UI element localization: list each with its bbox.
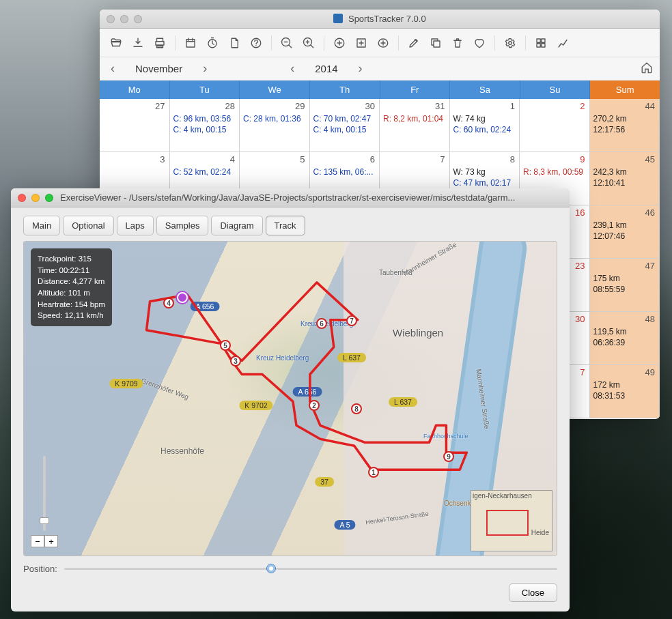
lap-marker-5[interactable]: 5 xyxy=(220,340,231,351)
position-label: Position: xyxy=(23,564,57,574)
tooltip-speed: Speed: 12,11 km/h xyxy=(38,310,105,321)
day-header-fr: Fr xyxy=(380,81,451,99)
exercise-viewer-window: ExerciseViewer - /Users/stefan/Working/J… xyxy=(11,188,570,611)
zoom-control: − + xyxy=(31,456,58,547)
lap-marker-6[interactable]: 6 xyxy=(316,318,327,329)
tab-track[interactable]: Track xyxy=(266,216,305,235)
tab-main[interactable]: Main xyxy=(23,216,60,235)
heart-button[interactable] xyxy=(470,33,489,53)
year-next-button[interactable]: › xyxy=(354,61,367,76)
calendar-button[interactable] xyxy=(181,33,200,53)
maximize-window-button[interactable] xyxy=(45,194,53,202)
day-header-th: Th xyxy=(310,81,380,99)
zoom-out-button[interactable]: − xyxy=(31,535,44,547)
zoom-dot[interactable] xyxy=(134,15,142,23)
week-summary-cell: 46239,1 km12:07:46 xyxy=(590,205,660,259)
minimize-dot[interactable] xyxy=(120,15,128,23)
calendar-header: MoTuWeThFrSaSuSum xyxy=(100,81,660,99)
copy-button[interactable] xyxy=(426,33,445,53)
tab-laps[interactable]: Laps xyxy=(117,216,154,235)
tab-samples[interactable]: Samples xyxy=(156,216,209,235)
day-header-mo: Mo xyxy=(100,81,170,99)
minimap[interactable]: Heide igen-Neckarhausen xyxy=(471,490,552,551)
calendar-cell[interactable]: 1W: 74 kgC: 60 km, 02:24 xyxy=(450,99,520,152)
calendar-cell[interactable]: 2 xyxy=(520,99,590,152)
month-label: November xyxy=(135,63,182,74)
zoom-in-button[interactable] xyxy=(299,33,318,53)
day-header-tu: Tu xyxy=(170,81,240,99)
download-button[interactable] xyxy=(128,33,148,53)
day-header-sa: Sa xyxy=(450,81,520,99)
week-summary-cell: 44270,2 km12:17:56 xyxy=(590,99,660,152)
minimap-label-neckar: igen-Neckarhausen xyxy=(473,492,532,500)
help-button[interactable] xyxy=(247,33,266,53)
window-controls xyxy=(18,194,53,202)
calendar-cell[interactable]: 31R: 8,2 km, 01:04 xyxy=(380,99,450,152)
home-icon[interactable] xyxy=(641,61,653,76)
pencil-button[interactable] xyxy=(404,33,423,53)
print-button[interactable] xyxy=(150,33,169,53)
day-header-sum: Sum xyxy=(590,81,660,99)
close-button[interactable]: Close xyxy=(509,584,557,602)
add-oval-button[interactable] xyxy=(374,33,393,53)
week-summary-cell: 45242,3 km12:10:41 xyxy=(590,152,660,205)
stopwatch-button[interactable] xyxy=(203,33,222,53)
zoom-out-button[interactable] xyxy=(277,33,296,53)
tooltip-altitude: Altitude: 101 m xyxy=(38,287,105,299)
track-map[interactable]: Wieblingen Hessenhöfe Taubenfeld Mannhei… xyxy=(23,241,557,556)
main-toolbar xyxy=(100,29,660,57)
tooltip-time: Time: 00:22:11 xyxy=(38,265,105,276)
gear-button[interactable] xyxy=(501,33,520,53)
main-titlebar: SportsTracker 7.0.0 xyxy=(100,10,660,29)
calendar-cell[interactable]: 29C: 28 km, 01:36 xyxy=(240,99,310,152)
grid-button[interactable] xyxy=(531,33,550,53)
lap-marker-9[interactable]: 9 xyxy=(443,451,454,462)
viewer-window-title: ExerciseViewer - /Users/stefan/Working/J… xyxy=(11,192,570,203)
year-label: 2014 xyxy=(315,63,337,74)
tooltip-trackpoint: Trackpoint: 315 xyxy=(38,253,105,265)
viewer-titlebar: ExerciseViewer - /Users/stefan/Working/J… xyxy=(11,188,570,207)
add-square-button[interactable] xyxy=(352,33,371,53)
document-button[interactable] xyxy=(225,33,244,53)
tab-optional[interactable]: Optional xyxy=(63,216,113,235)
main-window-title: SportsTracker 7.0.0 xyxy=(100,14,660,24)
position-row: Position: xyxy=(23,563,557,574)
close-window-button[interactable] xyxy=(18,194,26,202)
month-nav: ‹ November › ‹ 2014 › xyxy=(100,57,660,81)
week-summary-cell: 47175 km08:55:59 xyxy=(590,259,660,312)
zoom-in-button[interactable]: + xyxy=(44,535,58,547)
minimap-label-heide: Heide xyxy=(531,529,549,536)
calendar-cell[interactable]: 27 xyxy=(100,99,170,152)
month-next-button[interactable]: › xyxy=(199,61,211,76)
lap-marker-3[interactable]: 3 xyxy=(230,356,241,366)
folder-open-button[interactable] xyxy=(107,33,126,53)
close-dot[interactable] xyxy=(107,15,115,23)
tooltip-heartrate: Heartrate: 154 bpm xyxy=(38,299,105,311)
trackpoint-tooltip: Trackpoint: 315 Time: 00:22:11 Distance:… xyxy=(31,248,112,326)
lap-marker-8[interactable]: 8 xyxy=(351,403,362,414)
lap-marker-7[interactable]: 7 xyxy=(346,315,357,326)
lap-marker-1[interactable]: 1 xyxy=(368,467,379,478)
lap-marker-2[interactable]: 2 xyxy=(309,400,320,411)
year-prev-button[interactable]: ‹ xyxy=(286,61,298,76)
lap-marker-4[interactable]: 4 xyxy=(163,298,174,308)
chart-button[interactable] xyxy=(553,33,572,53)
position-slider[interactable] xyxy=(64,563,557,574)
app-icon xyxy=(333,14,343,23)
trash-button[interactable] xyxy=(448,33,467,53)
calendar-cell[interactable]: 28C: 96 km, 03:56C: 4 km, 00:15 xyxy=(170,99,240,152)
viewer-tabs: MainOptionalLapsSamplesDiagramTrack xyxy=(23,216,557,235)
zoom-slider[interactable] xyxy=(43,456,46,531)
tooltip-distance: Distance: 4,277 km xyxy=(38,276,105,287)
tab-diagram[interactable]: Diagram xyxy=(211,216,262,235)
week-summary-cell: 48119,5 km06:36:39 xyxy=(590,312,660,365)
minimize-window-button[interactable] xyxy=(31,194,40,202)
current-position-marker[interactable] xyxy=(177,292,188,303)
day-header-we: We xyxy=(240,81,310,99)
add-circle-button[interactable] xyxy=(330,33,349,53)
day-header-su: Su xyxy=(520,81,591,99)
week-summary-cell: 49172 km08:31:53 xyxy=(590,365,660,418)
window-controls-inactive xyxy=(107,15,142,23)
calendar-cell[interactable]: 30C: 70 km, 02:47C: 4 km, 00:15 xyxy=(310,99,380,152)
month-prev-button[interactable]: ‹ xyxy=(107,61,119,76)
